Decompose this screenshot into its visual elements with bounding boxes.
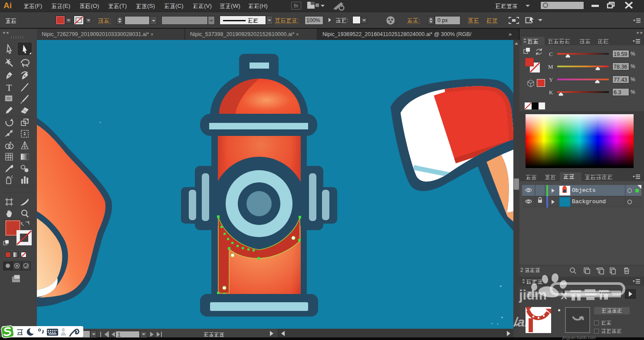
svg-text:jidm: jidm [519, 287, 547, 303]
svg-text:T: T [7, 83, 12, 93]
svg-text:x: x [561, 289, 567, 302]
